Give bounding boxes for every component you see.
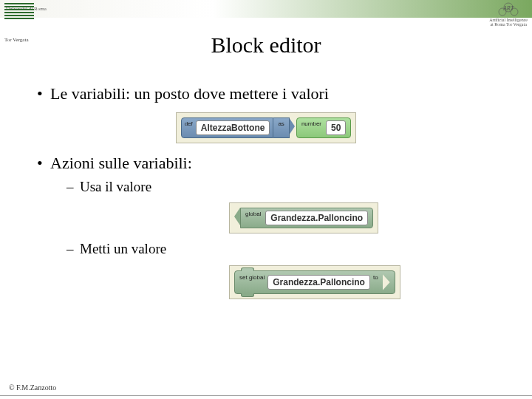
slot-icon: [383, 274, 390, 290]
dash-icon: –: [66, 179, 80, 195]
sub-set-value: – Metti un valore: [66, 241, 495, 257]
art-logo-icon: ART: [495, 1, 522, 18]
svg-text:ART: ART: [502, 5, 514, 12]
content: • Le variabili: un posto dove mettere i …: [37, 74, 495, 307]
tab-top-icon: [241, 267, 254, 271]
page-title: Block editor: [0, 33, 532, 58]
stripes-icon: [4, 1, 34, 21]
connector-icon: [289, 117, 295, 135]
logo-right: ART Artificial Intelligence at Roma Tor …: [489, 1, 528, 27]
num-keyword: number: [301, 120, 321, 127]
bullet1-text: Le variabili: un posto dove mettere i va…: [50, 84, 329, 103]
header-band: Università di Roma: [0, 0, 532, 18]
set-to: to: [373, 274, 378, 281]
set-block: set global Grandezza.Palloncino to: [234, 270, 395, 294]
bullet-dot-icon: •: [37, 84, 50, 103]
bullet-variables: • Le variabili: un posto dove mettere i …: [37, 84, 495, 103]
tab-bot-icon: [241, 293, 254, 297]
connector-left-icon: [234, 208, 240, 225]
block-set-figure: set global Grandezza.Palloncino to: [229, 265, 495, 299]
footer-line: [0, 395, 532, 396]
def-name: AltezzaBottone: [196, 120, 270, 135]
def-keyword: def: [185, 120, 193, 127]
sub-use-value: – Usa il valore: [66, 179, 495, 195]
get-keyword: global: [245, 211, 261, 217]
set-keyword: set global: [239, 274, 265, 281]
as-block: as: [273, 117, 289, 138]
bullet-dot-icon: •: [37, 154, 50, 173]
as-keyword: as: [278, 120, 284, 127]
sub1-text: Usa il valore: [80, 179, 151, 195]
bullet-actions: • Azioni sulle variabili:: [37, 154, 495, 173]
sub2-text: Metti un valore: [80, 241, 166, 257]
bullet2-text: Azioni sulle variabili:: [50, 154, 192, 173]
set-name: Grandezza.Palloncino: [267, 275, 370, 290]
art-line2: at Roma Tor Vergata: [489, 22, 528, 27]
num-value: 50: [326, 120, 346, 135]
block-get-figure: global Grandezza.Palloncino: [229, 202, 495, 233]
get-block: global Grandezza.Palloncino: [240, 208, 373, 228]
get-name: Grandezza.Palloncino: [265, 211, 368, 225]
dash-icon: –: [66, 241, 80, 257]
number-block: number 50: [296, 117, 351, 138]
footer-copyright: © F.M.Zanzotto: [9, 383, 56, 392]
slide: Università di Roma Tor Vergata ART Artif…: [0, 0, 532, 399]
block-def-figure: def AltezzaBottone as number 50: [37, 111, 495, 143]
def-block: def AltezzaBottone: [181, 117, 274, 138]
